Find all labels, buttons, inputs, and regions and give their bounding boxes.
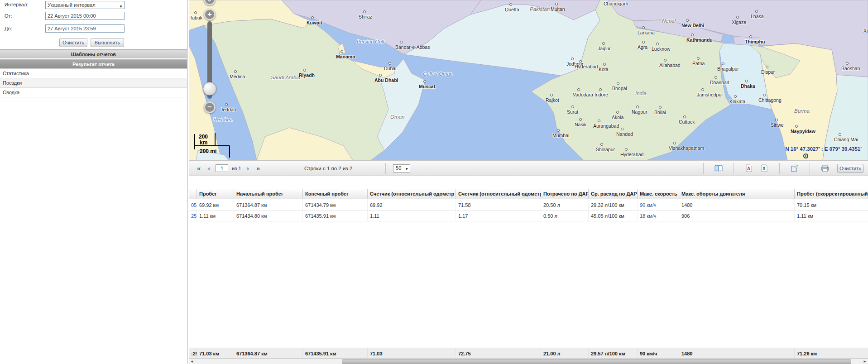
- city-dot-icon: [722, 62, 724, 65]
- result-list-item[interactable]: Статистика: [0, 69, 187, 78]
- report-template-icon[interactable]: [714, 164, 724, 173]
- prev-page-button[interactable]: ‹: [204, 164, 214, 173]
- map-country-label: Oman: [390, 114, 404, 120]
- toolbar-separator: [385, 163, 386, 174]
- city-dot-icon: [509, 3, 512, 6]
- from-date-input[interactable]: [45, 12, 125, 20]
- to-date-input[interactable]: [45, 24, 125, 33]
- page-size-select[interactable]: 50 ▼: [393, 164, 410, 172]
- result-section-header[interactable]: Результат отчета: [0, 59, 187, 69]
- next-page-button[interactable]: ›: [243, 164, 253, 173]
- templates-section-header[interactable]: Шаблоны отчетов: [0, 49, 187, 59]
- to-label: До:: [5, 26, 12, 31]
- table-row: 0569.92 км671364.87 км671434.79 км69.927…: [189, 200, 868, 211]
- horizontal-scrollbar[interactable]: ◄ ►: [189, 359, 868, 364]
- copy-report-icon[interactable]: [790, 164, 800, 173]
- first-page-button[interactable]: «: [193, 164, 204, 173]
- city-dot-icon: [579, 118, 582, 121]
- rows-info-label: Строки с 1 по 2 из 2: [278, 166, 378, 171]
- map-city-label: Naypyidaw: [791, 129, 815, 134]
- print-icon[interactable]: [820, 164, 830, 173]
- svg-text:200 mi: 200 mi: [200, 148, 216, 154]
- toolbar-separator: [734, 163, 734, 174]
- totals-row: :2571.03 км671364.87 км671435.91 км71.03…: [189, 348, 868, 359]
- city-dot-icon: [683, 115, 686, 118]
- scrollbar-thumb[interactable]: [342, 359, 851, 364]
- sidebar-clear-button[interactable]: Очистить: [59, 38, 87, 47]
- map-canvas[interactable]: TabukKuwaitShirazQuettaPakistanMultanCha…: [189, 0, 868, 160]
- table-cell[interactable]: 18 км/ч: [638, 211, 679, 221]
- map-city-label: Akola: [612, 115, 623, 120]
- execute-report-button[interactable]: Выполнить: [91, 38, 124, 47]
- city-dot-icon: [755, 10, 758, 13]
- map-city-label: Sittwe: [771, 122, 784, 128]
- column-header[interactable]: Макс. скорость: [638, 189, 679, 199]
- table-cell: 29.57 л/100 км: [589, 348, 638, 358]
- scroll-left-icon[interactable]: ◄: [189, 359, 195, 364]
- toolbar-clear-button[interactable]: Очистить: [837, 164, 863, 173]
- result-list-item[interactable]: Сводка: [0, 88, 187, 97]
- table-cell: 90 км/ч: [638, 348, 679, 358]
- column-header[interactable]: Потрачено по ДАРТ: [541, 189, 589, 199]
- map-city-label: Agra: [638, 44, 647, 50]
- excel-export-icon[interactable]: X: [759, 164, 769, 173]
- scroll-right-icon[interactable]: ►: [862, 359, 868, 364]
- interval-select[interactable]: Указанный интервал ▼: [45, 1, 125, 9]
- city-dot-icon: [379, 74, 382, 77]
- column-header[interactable]: Пробег (скорректированный): [795, 189, 868, 199]
- column-header[interactable]: Макс. обороты двигателя: [679, 189, 795, 199]
- svg-text:A: A: [747, 166, 750, 171]
- zoom-in-button[interactable]: +: [204, 9, 216, 20]
- pdf-export-icon[interactable]: A: [744, 164, 754, 173]
- table-cell[interactable]: :25: [189, 348, 197, 358]
- map-city-label: Manama: [336, 54, 355, 59]
- map-city-label: Rajkot: [546, 97, 559, 103]
- zoom-out-button[interactable]: −: [204, 101, 216, 113]
- map-city-label: Nasik: [575, 122, 586, 127]
- city-dot-icon: [400, 41, 403, 43]
- city-dot-icon: [642, 26, 645, 29]
- table-cell: 72.75: [456, 348, 541, 358]
- column-header[interactable]: Счетчик (относительный одометр КАН): [368, 189, 456, 199]
- table-cell: 1480: [679, 200, 795, 210]
- map-city-label: Kathmandu: [686, 37, 713, 43]
- column-header[interactable]: Конечный пробег: [303, 189, 368, 199]
- table-cell[interactable]: 05: [189, 200, 197, 210]
- interval-label: Интервал:: [5, 2, 28, 7]
- column-header[interactable]: Начальный пробег: [234, 189, 303, 199]
- city-dot-icon: [697, 57, 700, 60]
- city-dot-icon: [775, 119, 778, 121]
- table-cell: 671364.87 км: [234, 200, 303, 210]
- city-dot-icon: [673, 142, 676, 144]
- table-cell: 671434.79 км: [303, 200, 368, 210]
- column-header[interactable]: Счетчик (относительный одометр GPS): [456, 189, 541, 199]
- column-header[interactable]: Ср. расход по ДАРТ: [589, 189, 638, 199]
- city-dot-icon: [388, 62, 391, 65]
- map-city-label: Dubai: [384, 66, 396, 71]
- map-city-label: Baoshan: [841, 66, 860, 71]
- table-cell[interactable]: 90 км/ч: [638, 200, 679, 210]
- table-cell[interactable]: 25: [189, 211, 197, 221]
- table-cell: 671364.87 км: [234, 348, 303, 358]
- city-dot-icon: [734, 95, 737, 98]
- unit-location-marker[interactable]: [803, 153, 808, 158]
- city-dot-icon: [571, 57, 574, 60]
- zoom-slider-thumb[interactable]: [203, 82, 216, 96]
- table-cell: 1480: [679, 348, 795, 358]
- column-header[interactable]: [189, 189, 197, 199]
- result-list-item[interactable]: Поездки: [0, 78, 187, 88]
- table-cell: 29.32 л/100 км: [589, 200, 638, 210]
- grid-body: 0569.92 км671364.87 км671434.79 км69.927…: [189, 200, 868, 221]
- map-city-label: Kolkata: [729, 99, 745, 104]
- map-city-label: Bhagalpur: [717, 66, 739, 72]
- map-city-label: Xigaze: [732, 19, 746, 25]
- column-header[interactable]: Пробег: [197, 189, 234, 199]
- map-city-label: Dhaka: [741, 83, 755, 89]
- map-city-label: Bhopal: [612, 86, 627, 91]
- table-cell: 70.15 км: [795, 200, 868, 210]
- page-number-input[interactable]: [216, 164, 228, 172]
- city-dot-icon: [303, 69, 306, 72]
- map-city-label: Patna: [692, 61, 705, 66]
- last-page-button[interactable]: »: [253, 164, 264, 173]
- map-city-label: New Delhi: [681, 23, 704, 28]
